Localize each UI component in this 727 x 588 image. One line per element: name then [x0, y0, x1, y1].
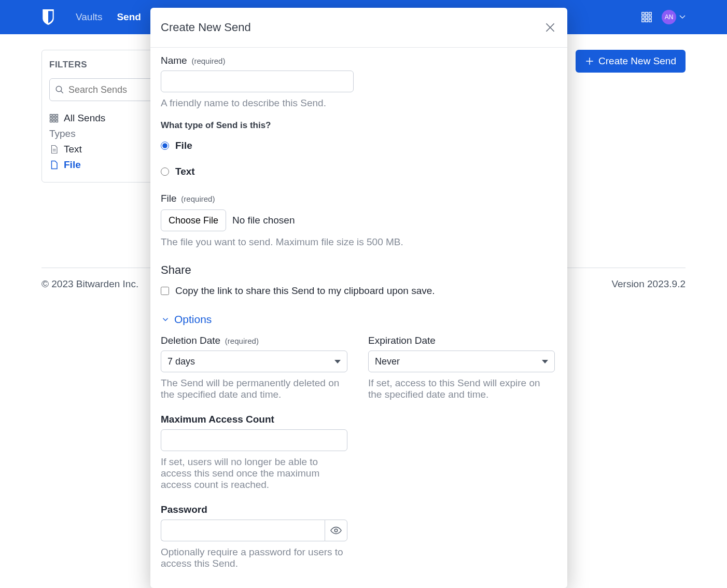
filter-text-label: Text [64, 144, 82, 155]
svg-point-9 [56, 86, 62, 92]
svg-rect-16 [56, 117, 58, 119]
modal-body[interactable]: Name (required) A friendly name to descr… [150, 48, 567, 588]
chevron-down-icon [161, 315, 170, 324]
svg-rect-6 [642, 20, 645, 22]
svg-rect-14 [50, 117, 52, 119]
options-toggle[interactable]: Options [161, 313, 557, 326]
svg-rect-2 [649, 12, 652, 15]
modal-title: Create New Send [161, 21, 251, 34]
create-new-send-label: Create New Send [598, 55, 676, 67]
type-file-label: File [175, 140, 192, 151]
file-required: (required) [181, 194, 215, 203]
max-access-input[interactable] [161, 429, 347, 451]
filter-all-sends-label: All Sends [64, 113, 105, 124]
dropdown-icon [334, 360, 341, 363]
type-text-radio[interactable] [161, 167, 169, 176]
close-icon[interactable] [543, 21, 557, 34]
expiration-help: If set, access to this Send will expire … [368, 377, 555, 400]
search-icon [55, 85, 64, 94]
type-file-option[interactable]: File [161, 136, 557, 156]
expiration-select[interactable]: Never [368, 351, 555, 372]
password-input[interactable] [161, 520, 325, 541]
password-label: Password [161, 504, 557, 515]
text-file-icon [49, 145, 59, 154]
choose-file-button[interactable]: Choose File [161, 209, 226, 231]
app-logo-icon [41, 9, 55, 25]
deletion-select[interactable]: 7 days [161, 351, 347, 372]
svg-rect-7 [646, 20, 648, 22]
grid-icon [49, 114, 59, 123]
toggle-password-visibility[interactable] [325, 520, 347, 541]
deletion-help: The Send will be permanently deleted on … [161, 377, 347, 400]
expiration-value: Never [375, 356, 400, 367]
filter-file-label: File [64, 159, 81, 171]
copy-link-checkbox[interactable] [161, 287, 169, 295]
nav-vaults[interactable]: Vaults [76, 11, 102, 23]
copy-link-option[interactable]: Copy the link to share this Send to my c… [161, 281, 557, 301]
max-access-label: Maximum Access Count [161, 414, 557, 425]
svg-rect-0 [642, 12, 645, 15]
name-required: (required) [191, 57, 225, 65]
footer-version: Version 2023.9.2 [611, 278, 686, 290]
type-question: What type of Send is this? [161, 120, 557, 131]
svg-rect-3 [642, 16, 645, 19]
file-label: File [161, 193, 177, 204]
svg-rect-15 [53, 117, 55, 119]
name-label: Name [161, 55, 187, 66]
svg-rect-8 [649, 20, 652, 22]
svg-point-26 [334, 529, 338, 532]
deletion-required: (required) [225, 337, 259, 345]
svg-rect-4 [646, 16, 648, 19]
caret-down-icon [679, 15, 686, 19]
deletion-label: Deletion Date [161, 335, 220, 346]
svg-rect-19 [56, 120, 58, 122]
type-file-radio[interactable] [161, 142, 169, 150]
svg-rect-1 [646, 12, 648, 15]
svg-line-10 [61, 91, 63, 93]
options-label: Options [174, 313, 212, 326]
svg-rect-17 [50, 120, 52, 122]
password-help: Optionally require a password for users … [161, 547, 347, 569]
app-switcher-icon[interactable] [641, 11, 652, 23]
plus-icon [585, 57, 594, 66]
share-title: Share [161, 263, 557, 277]
footer-copyright: © 2023 Bitwarden Inc. [41, 278, 138, 290]
account-menu[interactable]: AN [662, 10, 686, 24]
copy-link-label: Copy the link to share this Send to my c… [175, 285, 435, 297]
svg-rect-11 [50, 115, 52, 117]
svg-rect-18 [53, 120, 55, 122]
nav-send[interactable]: Send [117, 11, 141, 23]
expiration-label: Expiration Date [368, 335, 436, 346]
type-text-option[interactable]: Text [161, 162, 557, 181]
modal-header: Create New Send [150, 8, 567, 48]
dropdown-icon [542, 360, 548, 363]
create-new-send-button[interactable]: Create New Send [576, 50, 686, 73]
file-icon [49, 160, 59, 170]
file-help: The file you want to send. Maximum file … [161, 236, 557, 248]
type-text-label: Text [175, 166, 195, 177]
no-file-chosen: No file chosen [232, 215, 295, 226]
svg-rect-12 [53, 115, 55, 117]
svg-rect-5 [649, 16, 652, 19]
name-input[interactable] [161, 71, 354, 92]
create-send-modal: Create New Send Name (required) A friend… [150, 8, 567, 588]
max-access-help: If set, users will no longer be able to … [161, 456, 347, 491]
avatar: AN [662, 10, 676, 24]
eye-icon [330, 525, 342, 536]
name-help: A friendly name to describe this Send. [161, 97, 557, 109]
deletion-value: 7 days [167, 356, 195, 367]
svg-rect-13 [56, 115, 58, 117]
